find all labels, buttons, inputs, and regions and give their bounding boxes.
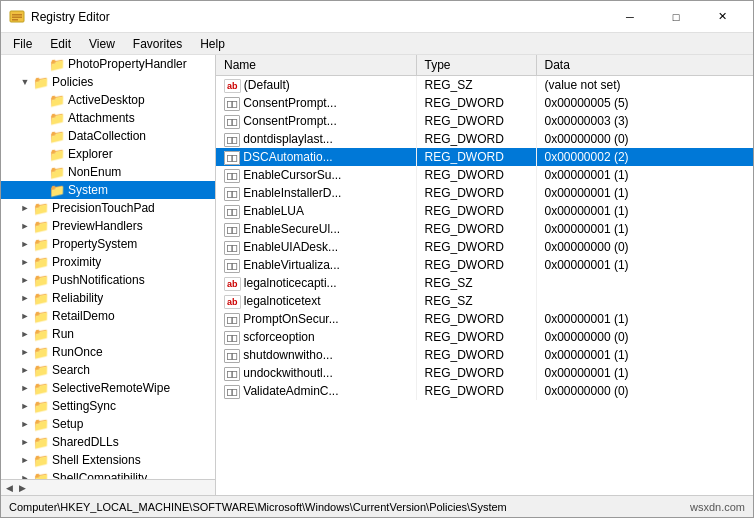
tree-item-pushnotifications[interactable]: ►📁PushNotifications [1, 271, 215, 289]
tree-item-attachments[interactable]: 📁Attachments [1, 109, 215, 127]
tree-label-datacollection: DataCollection [68, 129, 146, 143]
expand-btn-policies[interactable]: ▼ [17, 74, 33, 90]
table-row[interactable]: ⎕⎕ EnableSecureUl...REG_DWORD0x00000001 … [216, 220, 753, 238]
expand-btn-reliability[interactable]: ► [17, 290, 33, 306]
folder-icon-run: 📁 [33, 327, 49, 342]
table-row[interactable]: ⎕⎕ EnableInstallerD...REG_DWORD0x0000000… [216, 184, 753, 202]
table-row[interactable]: ⎕⎕ dontdisplaylast...REG_DWORD0x00000000… [216, 130, 753, 148]
expand-btn-datacollection[interactable] [33, 128, 49, 144]
expand-btn-selectiveremotewipe[interactable]: ► [17, 380, 33, 396]
status-path: Computer\HKEY_LOCAL_MACHINE\SOFTWARE\Mic… [9, 501, 507, 513]
expand-btn-system[interactable] [33, 182, 49, 198]
table-row[interactable]: ab legalnoticetextREG_SZ [216, 292, 753, 310]
expand-btn-explorer[interactable] [33, 146, 49, 162]
tree-label-pushnotifications: PushNotifications [52, 273, 145, 287]
expand-btn-precisiontouchpad[interactable]: ► [17, 200, 33, 216]
tree-horizontal-scroll[interactable]: ◀ ▶ [1, 479, 215, 495]
col-name[interactable]: Name [216, 55, 416, 76]
col-type[interactable]: Type [416, 55, 536, 76]
expand-btn-proximity[interactable]: ► [17, 254, 33, 270]
expand-btn-settingsync[interactable]: ► [17, 398, 33, 414]
tree-item-shellextensions[interactable]: ►📁Shell Extensions [1, 451, 215, 469]
tree-item-datacollection[interactable]: 📁DataCollection [1, 127, 215, 145]
tree-item-settingsync[interactable]: ►📁SettingSync [1, 397, 215, 415]
expand-btn-pushnotifications[interactable]: ► [17, 272, 33, 288]
table-row[interactable]: ⎕⎕ ValidateAdminC...REG_DWORD0x00000000 … [216, 382, 753, 400]
minimize-button[interactable]: ─ [607, 1, 653, 33]
expand-btn-propertysystem[interactable]: ► [17, 236, 33, 252]
tree-item-system[interactable]: 📁System [1, 181, 215, 199]
table-row[interactable]: ⎕⎕ shutdownwitho...REG_DWORD0x00000001 (… [216, 346, 753, 364]
expand-btn-activedesktop[interactable] [33, 92, 49, 108]
cell-type: REG_SZ [416, 292, 536, 310]
tree-label-policies: Policies [52, 75, 93, 89]
tree-panel[interactable]: 📁PhotoPropertyHandler▼📁Policies📁ActiveDe… [1, 55, 216, 495]
expand-btn-shellcompat[interactable]: ► [17, 470, 33, 479]
tree-item-shellcompat[interactable]: ►📁ShellCompatibility [1, 469, 215, 479]
table-body: ab (Default)REG_SZ(value not set)⎕⎕ Cons… [216, 76, 753, 400]
table-row[interactable]: ⎕⎕ ConsentPrompt...REG_DWORD0x00000003 (… [216, 112, 753, 130]
table-row[interactable]: ⎕⎕ EnableCursorSu...REG_DWORD0x00000001 … [216, 166, 753, 184]
detail-table[interactable]: Name Type Data ab (Default)REG_SZ(value … [216, 55, 753, 495]
tree-item-reliability[interactable]: ►📁Reliability [1, 289, 215, 307]
table-row[interactable]: ⎕⎕ PromptOnSecur...REG_DWORD0x00000001 (… [216, 310, 753, 328]
tree-item-previewhandlers[interactable]: ►📁PreviewHandlers [1, 217, 215, 235]
tree-item-propertysystem[interactable]: ►📁PropertySystem [1, 235, 215, 253]
expand-btn-photoproperty[interactable] [33, 56, 49, 72]
cell-name: ⎕⎕ undockwithoutl... [216, 364, 416, 382]
cell-data: 0x00000001 (1) [536, 202, 753, 220]
expand-btn-retaildemo[interactable]: ► [17, 308, 33, 324]
tree-label-runonce: RunOnce [52, 345, 103, 359]
svg-rect-3 [12, 19, 18, 21]
folder-icon-propertysystem: 📁 [33, 237, 49, 252]
tree-item-explorer[interactable]: 📁Explorer [1, 145, 215, 163]
table-row[interactable]: ⎕⎕ EnableLUAREG_DWORD0x00000001 (1) [216, 202, 753, 220]
tree-container[interactable]: 📁PhotoPropertyHandler▼📁Policies📁ActiveDe… [1, 55, 215, 479]
tree-item-search[interactable]: ►📁Search [1, 361, 215, 379]
menu-item-favorites[interactable]: Favorites [125, 34, 190, 54]
tree-item-nonenum[interactable]: 📁NonEnum [1, 163, 215, 181]
col-data[interactable]: Data [536, 55, 753, 76]
tree-item-shareddlls[interactable]: ►📁SharedDLLs [1, 433, 215, 451]
expand-btn-runonce[interactable]: ► [17, 344, 33, 360]
scroll-right-arrow[interactable]: ▶ [16, 483, 29, 493]
expand-btn-run[interactable]: ► [17, 326, 33, 342]
expand-btn-setup[interactable]: ► [17, 416, 33, 432]
menu-item-view[interactable]: View [81, 34, 123, 54]
cell-type: REG_DWORD [416, 256, 536, 274]
menu-item-help[interactable]: Help [192, 34, 233, 54]
table-row[interactable]: ab legalnoticecapti...REG_SZ [216, 274, 753, 292]
scroll-left-arrow[interactable]: ◀ [3, 483, 16, 493]
expand-btn-attachments[interactable] [33, 110, 49, 126]
tree-item-photoproperty[interactable]: 📁PhotoPropertyHandler [1, 55, 215, 73]
cell-data: 0x00000001 (1) [536, 166, 753, 184]
expand-btn-nonenum[interactable] [33, 164, 49, 180]
table-row[interactable]: ⎕⎕ EnableUIADesk...REG_DWORD0x00000000 (… [216, 238, 753, 256]
table-row[interactable]: ⎕⎕ DSCAutomatio...REG_DWORD0x00000002 (2… [216, 148, 753, 166]
expand-btn-previewhandlers[interactable]: ► [17, 218, 33, 234]
expand-btn-shellextensions[interactable]: ► [17, 452, 33, 468]
menu-item-file[interactable]: File [5, 34, 40, 54]
tree-item-policies[interactable]: ▼📁Policies [1, 73, 215, 91]
table-row[interactable]: ⎕⎕ undockwithoutl...REG_DWORD0x00000001 … [216, 364, 753, 382]
menu-item-edit[interactable]: Edit [42, 34, 79, 54]
expand-btn-search[interactable]: ► [17, 362, 33, 378]
tree-item-setup[interactable]: ►📁Setup [1, 415, 215, 433]
maximize-button[interactable]: □ [653, 1, 699, 33]
table-row[interactable]: ⎕⎕ scforceoptionREG_DWORD0x00000000 (0) [216, 328, 753, 346]
expand-btn-shareddlls[interactable]: ► [17, 434, 33, 450]
cell-name: ab legalnoticecapti... [216, 274, 416, 292]
tree-item-retaildemo[interactable]: ►📁RetailDemo [1, 307, 215, 325]
tree-item-runonce[interactable]: ►📁RunOnce [1, 343, 215, 361]
tree-item-selectiveremotewipe[interactable]: ►📁SelectiveRemoteWipe [1, 379, 215, 397]
tree-item-activedesktop[interactable]: 📁ActiveDesktop [1, 91, 215, 109]
tree-item-run[interactable]: ►📁Run [1, 325, 215, 343]
reg-icon: ⎕⎕ [224, 133, 240, 147]
tree-item-proximity[interactable]: ►📁Proximity [1, 253, 215, 271]
table-row[interactable]: ⎕⎕ ConsentPrompt...REG_DWORD0x00000005 (… [216, 94, 753, 112]
tree-item-precisiontouchpad[interactable]: ►📁PrecisionTouchPad [1, 199, 215, 217]
table-row[interactable]: ⎕⎕ EnableVirtualiza...REG_DWORD0x0000000… [216, 256, 753, 274]
cell-type: REG_DWORD [416, 364, 536, 382]
close-button[interactable]: ✕ [699, 1, 745, 33]
table-row[interactable]: ab (Default)REG_SZ(value not set) [216, 76, 753, 94]
